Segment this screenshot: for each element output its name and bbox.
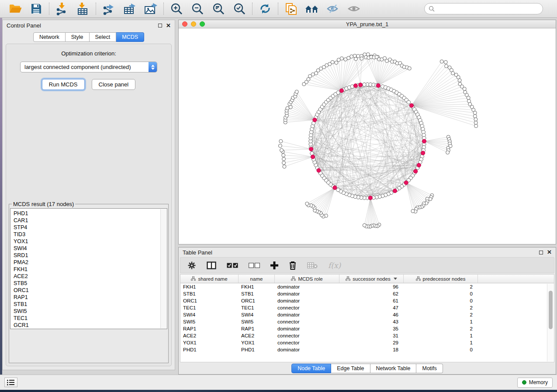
table-row[interactable]: PHD1PHD1dominator180 — [180, 346, 554, 353]
show-all-eye-icon[interactable] — [347, 2, 361, 15]
select-all-icon[interactable] — [227, 263, 238, 268]
dominator-node[interactable] — [359, 83, 363, 87]
export-network-icon[interactable] — [102, 2, 116, 15]
dominator-node[interactable] — [333, 186, 337, 189]
task-history-button[interactable] — [4, 378, 17, 387]
network-window-titlebar[interactable]: YPA_prune.txt_1 — [179, 20, 556, 28]
network-node[interactable] — [278, 144, 282, 148]
split-table-icon[interactable] — [207, 261, 216, 269]
import-table-icon[interactable] — [76, 2, 90, 15]
add-column-icon[interactable] — [270, 261, 278, 269]
network-node[interactable] — [331, 60, 334, 64]
network-node[interactable] — [295, 90, 298, 93]
table-row[interactable]: ACE2ACE2connector311 — [180, 332, 554, 339]
network-node[interactable] — [463, 87, 466, 91]
network-node[interactable] — [467, 96, 470, 100]
mcds-result-item[interactable]: SRD1 — [14, 252, 167, 259]
network-node[interactable] — [340, 57, 343, 60]
close-panel-icon[interactable]: ✕ — [547, 250, 552, 254]
network-node[interactable] — [282, 157, 286, 161]
network-node[interactable] — [444, 60, 447, 64]
table-row[interactable]: TEC1TEC1connector472 — [180, 304, 554, 311]
column-header-name[interactable]: name — [239, 275, 275, 283]
delete-column-trash-icon[interactable] — [289, 261, 297, 270]
table-row[interactable]: ORC1ORC1dominator610 — [180, 297, 554, 304]
dominator-node[interactable] — [311, 155, 315, 159]
zoom-out-icon[interactable] — [190, 2, 204, 15]
zoom-fit-icon[interactable] — [211, 2, 225, 15]
mcds-result-item[interactable]: TEC1 — [14, 315, 167, 322]
network-node[interactable] — [473, 114, 477, 118]
dominator-node[interactable] — [376, 83, 380, 87]
table-tab-node-table[interactable]: Node Table — [291, 364, 331, 373]
dominator-node[interactable] — [421, 151, 425, 155]
result-list-scrollbar[interactable] — [160, 209, 166, 328]
mcds-result-item[interactable]: SWI4 — [14, 245, 167, 252]
table-scrollbar-thumb[interactable] — [549, 291, 553, 329]
dominator-node[interactable] — [313, 118, 317, 122]
table-row[interactable]: STB1STB1dominator620 — [180, 290, 554, 297]
float-window-icon[interactable] — [158, 24, 162, 28]
dominator-node[interactable] — [339, 89, 343, 93]
open-file-icon[interactable] — [8, 2, 22, 15]
mcds-result-item[interactable]: YOX1 — [14, 238, 167, 245]
network-node[interactable] — [336, 91, 340, 94]
dominator-node[interactable] — [309, 147, 313, 151]
network-node[interactable] — [446, 151, 450, 154]
table-row[interactable]: SWI4SWI4dominator462 — [180, 311, 554, 318]
table-row[interactable]: SWI5SWI5connector431 — [180, 318, 554, 325]
mcds-result-item[interactable]: STB5 — [14, 280, 167, 287]
mcds-result-item[interactable]: FKH1 — [14, 266, 167, 273]
import-network-icon[interactable] — [55, 2, 69, 15]
tab-style[interactable]: Style — [66, 32, 90, 42]
save-session-icon[interactable] — [29, 2, 43, 15]
network-node[interactable] — [283, 165, 286, 168]
network-node[interactable] — [350, 55, 353, 58]
network-node[interactable] — [363, 224, 366, 227]
network-node[interactable] — [360, 57, 363, 60]
network-node[interactable] — [473, 111, 477, 115]
table-row[interactable]: RAP1RAP1dominator352 — [180, 325, 554, 332]
network-node[interactable] — [445, 64, 448, 68]
column-header-shared-name[interactable]: shared name — [180, 275, 239, 283]
table-row[interactable]: YOX1YOX1connector291 — [180, 339, 554, 346]
export-table-icon[interactable] — [123, 2, 137, 15]
dominator-node[interactable] — [393, 189, 397, 193]
mcds-result-item[interactable]: TID3 — [14, 231, 167, 238]
dominator-node[interactable] — [414, 169, 418, 173]
network-node[interactable] — [363, 83, 366, 86]
network-node[interactable] — [282, 161, 286, 165]
network-node[interactable] — [335, 61, 338, 65]
close-panel-icon[interactable]: ✕ — [166, 24, 171, 28]
memory-button[interactable]: Memory — [517, 378, 553, 388]
network-node[interactable] — [474, 121, 477, 124]
network-node[interactable] — [305, 202, 309, 206]
network-node[interactable] — [451, 72, 455, 75]
zoom-selected-icon[interactable] — [232, 2, 246, 15]
network-canvas[interactable] — [179, 28, 556, 244]
network-node[interactable] — [279, 140, 283, 143]
network-node[interactable] — [411, 210, 415, 213]
network-node[interactable] — [282, 154, 285, 157]
column-header-successor-nodes[interactable]: successor nodes — [339, 275, 404, 283]
mcds-result-item[interactable]: STP4 — [14, 224, 167, 231]
mcds-result-list[interactable]: PHD1CAR1STP4TID3YOX1SWI4SRD1PMA2FKH1ACE2… — [10, 208, 167, 329]
column-header-predecessor-nodes[interactable]: predecessor nodes — [404, 275, 478, 283]
close-panel-button[interactable]: Close panel — [92, 79, 136, 90]
mcds-result-item[interactable]: ORC1 — [14, 287, 167, 294]
mcds-result-item[interactable]: ACE2 — [14, 273, 167, 280]
tab-mcds[interactable]: MCDS — [116, 32, 144, 42]
table-tab-motifs[interactable]: Motifs — [416, 364, 443, 373]
dominator-node[interactable] — [317, 168, 321, 172]
mcds-result-item[interactable]: CAR1 — [14, 217, 167, 224]
zoom-in-icon[interactable] — [170, 2, 183, 15]
dominator-node[interactable] — [417, 163, 421, 167]
tab-select[interactable]: Select — [90, 32, 117, 42]
mcds-result-item[interactable]: PHD1 — [14, 210, 167, 217]
network-node[interactable] — [474, 124, 478, 128]
mcds-result-item[interactable]: SWI5 — [14, 308, 167, 315]
mcds-result-item[interactable]: PMA2 — [14, 259, 167, 266]
mcds-result-item[interactable]: GCR1 — [14, 322, 167, 329]
run-mcds-button[interactable]: Run MCDS — [42, 79, 85, 90]
refresh-icon[interactable] — [258, 2, 272, 15]
